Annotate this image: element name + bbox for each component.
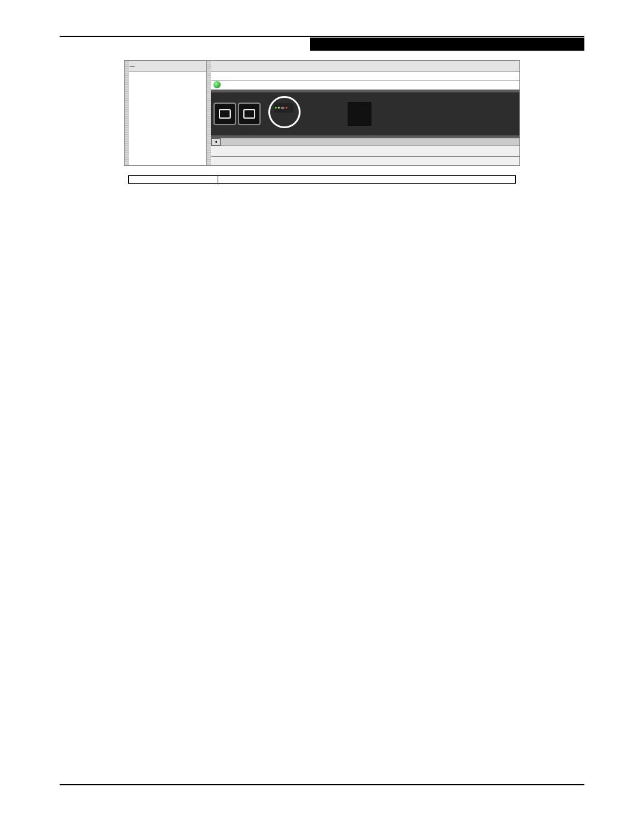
name-server-table bbox=[128, 175, 516, 184]
grip-bar bbox=[125, 61, 129, 165]
brand-badge bbox=[348, 102, 371, 126]
status-row bbox=[211, 80, 519, 90]
status-dot-icon bbox=[213, 81, 221, 88]
header-rule bbox=[60, 36, 584, 37]
h-scrollbar[interactable]: ◂ bbox=[211, 138, 519, 145]
power-plug-icon bbox=[238, 103, 261, 125]
faceplate bbox=[211, 90, 519, 138]
fc-fabrics-tab[interactable] bbox=[129, 61, 206, 72]
footer-rule bbox=[60, 784, 584, 785]
table-header-description bbox=[218, 176, 516, 184]
header-black-bar bbox=[310, 38, 584, 51]
power-plug-icon bbox=[213, 103, 236, 125]
grid-row bbox=[211, 156, 519, 165]
grid-header bbox=[211, 145, 519, 156]
faceplate-screenshot: ◂ bbox=[124, 60, 520, 166]
table-header-entry bbox=[129, 176, 218, 184]
logo bbox=[60, 30, 75, 32]
fabric-tree[interactable] bbox=[129, 72, 206, 165]
fc-fabrics-label bbox=[130, 66, 135, 67]
device-title bbox=[211, 72, 519, 80]
led-cluster[interactable] bbox=[274, 103, 293, 113]
toolbar bbox=[211, 61, 519, 72]
grip-bar-2 bbox=[207, 61, 211, 165]
